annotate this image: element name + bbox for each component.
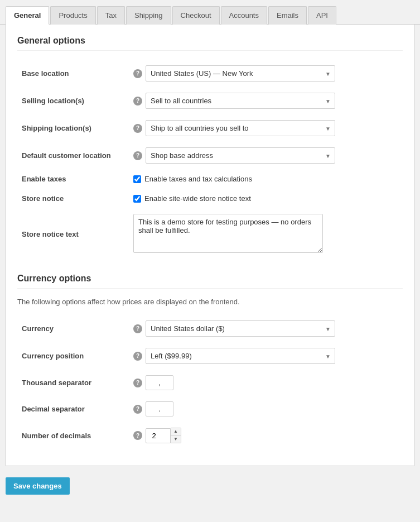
spinner-up-button[interactable]: ▲ — [171, 428, 181, 435]
page-wrapper: General Products Tax Shipping Checkout A… — [0, 0, 420, 522]
default-customer-location-select-wrapper: Shop base address ▼ — [146, 147, 335, 164]
store-notice-label: Store notice — [17, 189, 129, 208]
store-notice-checkbox-label: Enable site-wide store notice text — [144, 194, 251, 203]
base-location-row: Base location ? United States (US) — New… — [17, 60, 403, 87]
thousand-separator-label: Thousand separator — [17, 370, 129, 396]
tab-products[interactable]: Products — [50, 6, 95, 25]
currency-position-label: Currency position — [17, 342, 129, 370]
selling-locations-select[interactable]: Sell to all countries — [146, 93, 335, 109]
selling-locations-field: ? Sell to all countries ▼ — [129, 87, 403, 114]
shipping-locations-row: Shipping location(s) ? Ship to all count… — [17, 114, 403, 142]
base-location-select-wrapper: United States (US) — New York ▼ — [146, 65, 335, 82]
currency-position-field: ? Left ($99.99) ▼ — [129, 342, 403, 370]
number-of-decimals-field: ? ▲ ▼ — [129, 422, 403, 449]
currency-options-description: The following options affect how prices … — [17, 298, 403, 306]
currency-position-select[interactable]: Left ($99.99) — [146, 348, 335, 364]
store-notice-checkbox[interactable] — [133, 195, 141, 203]
shipping-locations-label: Shipping location(s) — [17, 114, 129, 142]
decimal-separator-row: Decimal separator ? — [17, 396, 403, 422]
base-location-field: ? United States (US) — New York ▼ — [129, 60, 403, 87]
tab-emails[interactable]: Emails — [268, 6, 307, 25]
tab-api[interactable]: API — [308, 6, 336, 25]
shipping-locations-select-wrapper: Ship to all countries you sell to ▼ — [146, 120, 335, 136]
store-notice-field: Enable site-wide store notice text — [129, 189, 403, 208]
base-location-select[interactable]: United States (US) — New York — [146, 65, 335, 82]
selling-locations-label: Selling location(s) — [17, 87, 129, 114]
shipping-locations-help-icon[interactable]: ? — [133, 124, 142, 133]
selling-locations-select-wrapper: Sell to all countries ▼ — [146, 93, 335, 109]
default-customer-location-select[interactable]: Shop base address — [146, 147, 335, 164]
save-changes-button[interactable]: Save changes — [6, 477, 70, 495]
tab-checkout[interactable]: Checkout — [172, 6, 220, 25]
thousand-separator-row: Thousand separator ? — [17, 370, 403, 396]
general-options-table: Base location ? United States (US) — New… — [17, 60, 403, 260]
selling-locations-row: Selling location(s) ? Sell to all countr… — [17, 87, 403, 114]
default-customer-location-label: Default customer location — [17, 142, 129, 169]
tabs-bar: General Products Tax Shipping Checkout A… — [0, 6, 420, 25]
store-notice-text-label: Store notice text — [17, 208, 129, 260]
shipping-locations-select[interactable]: Ship to all countries you sell to — [146, 120, 335, 136]
currency-select-wrapper: United States dollar ($) ▼ — [146, 320, 335, 337]
number-of-decimals-input[interactable] — [146, 428, 171, 443]
number-of-decimals-spinner: ▲ ▼ — [146, 428, 181, 443]
enable-taxes-label: Enable taxes — [17, 169, 129, 189]
default-customer-location-field: ? Shop base address ▼ — [129, 142, 403, 169]
decimal-separator-help-icon[interactable]: ? — [133, 405, 142, 414]
thousand-separator-help-icon[interactable]: ? — [133, 379, 142, 387]
enable-taxes-checkbox[interactable] — [133, 175, 141, 183]
store-notice-text-textarea[interactable]: This is a demo store for testing purpose… — [133, 214, 323, 253]
currency-field: ? United States dollar ($) ▼ — [129, 315, 403, 342]
tab-accounts[interactable]: Accounts — [221, 6, 267, 25]
tab-tax[interactable]: Tax — [97, 6, 125, 25]
decimal-separator-label: Decimal separator — [17, 396, 129, 422]
store-notice-row: Store notice Enable site-wide store noti… — [17, 189, 403, 208]
currency-position-row: Currency position ? Left ($99.99) ▼ — [17, 342, 403, 370]
currency-position-help-icon[interactable]: ? — [133, 352, 142, 361]
general-options-title: General options — [17, 36, 403, 51]
default-customer-location-help-icon[interactable]: ? — [133, 151, 142, 160]
currency-row: Currency ? United States dollar ($) ▼ — [17, 315, 403, 342]
currency-position-select-wrapper: Left ($99.99) ▼ — [146, 348, 335, 364]
currency-label: Currency — [17, 315, 129, 342]
enable-taxes-checkbox-label: Enable taxes and tax calculations — [144, 175, 252, 183]
base-location-label: Base location — [17, 60, 129, 87]
currency-options-section: Currency options The following options a… — [17, 274, 403, 449]
base-location-help-icon[interactable]: ? — [133, 69, 142, 78]
enable-taxes-field: Enable taxes and tax calculations — [129, 169, 403, 189]
currency-select[interactable]: United States dollar ($) — [146, 320, 335, 337]
spinner-down-button[interactable]: ▼ — [171, 435, 181, 443]
thousand-separator-field: ? — [129, 370, 403, 396]
number-of-decimals-label: Number of decimals — [17, 422, 129, 449]
thousand-separator-input[interactable] — [146, 375, 173, 390]
default-customer-location-row: Default customer location ? Shop base ad… — [17, 142, 403, 169]
shipping-locations-field: ? Ship to all countries you sell to ▼ — [129, 114, 403, 142]
selling-locations-help-icon[interactable]: ? — [133, 97, 142, 106]
number-of-decimals-help-icon[interactable]: ? — [133, 431, 142, 440]
number-of-decimals-row: Number of decimals ? ▲ ▼ — [17, 422, 403, 449]
decimal-separator-field: ? — [129, 396, 403, 422]
store-notice-text-field: This is a demo store for testing purpose… — [129, 208, 403, 260]
enable-taxes-row: Enable taxes Enable taxes and tax calcul… — [17, 169, 403, 189]
content-area: General options Base location ? United S… — [6, 25, 414, 466]
currency-options-table: Currency ? United States dollar ($) ▼ — [17, 315, 403, 449]
tab-general[interactable]: General — [6, 6, 49, 25]
currency-options-title: Currency options — [17, 274, 403, 289]
currency-help-icon[interactable]: ? — [133, 324, 142, 333]
decimal-separator-input[interactable] — [146, 401, 173, 416]
spinner-buttons: ▲ ▼ — [171, 428, 181, 443]
store-notice-text-row: Store notice text This is a demo store f… — [17, 208, 403, 260]
tab-shipping[interactable]: Shipping — [126, 6, 171, 25]
